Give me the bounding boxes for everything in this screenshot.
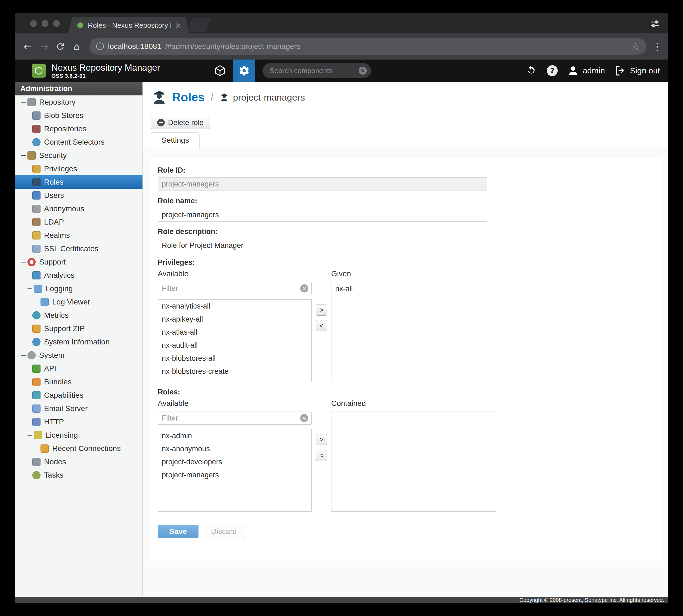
app-header: Nexus Repository Manager OSS 3.6.2-01 × … bbox=[15, 60, 668, 82]
list-item[interactable]: nx-all bbox=[331, 282, 495, 295]
sidebar-item-system[interactable]: − System bbox=[15, 349, 142, 362]
tasks-icon bbox=[32, 471, 41, 479]
sidebar-item-logging[interactable]: − Logging bbox=[15, 282, 142, 295]
collapse-icon[interactable]: − bbox=[19, 151, 27, 160]
sidebar-item-anonymous[interactable]: Anonymous bbox=[15, 202, 142, 215]
filter-clear-icon[interactable]: × bbox=[300, 284, 308, 292]
bookmark-star-icon[interactable]: ☆ bbox=[632, 41, 640, 52]
sidebar-item-capabilities[interactable]: Capabilities bbox=[15, 389, 142, 402]
refresh-icon[interactable] bbox=[526, 65, 537, 76]
site-info-icon[interactable]: ⓘ bbox=[96, 41, 104, 52]
sidebar-item-realms[interactable]: Realms bbox=[15, 228, 142, 242]
move-right-button[interactable]: > bbox=[316, 434, 327, 445]
role-description-input[interactable] bbox=[158, 239, 487, 252]
list-item[interactable]: nx-blobstores-create bbox=[158, 365, 311, 378]
roles-available-list[interactable]: nx-admin nx-anonymous project-developers… bbox=[158, 429, 312, 512]
sidebar-item-http[interactable]: HTTP bbox=[15, 415, 142, 428]
reload-button[interactable] bbox=[53, 39, 68, 54]
sidebar-item-email-server[interactable]: Email Server bbox=[15, 402, 142, 415]
search-clear-icon[interactable]: × bbox=[359, 67, 367, 75]
browser-tab[interactable]: Roles - Nexus Repository Man × bbox=[68, 17, 190, 34]
admin-mode-button[interactable] bbox=[233, 60, 255, 82]
privileges-available-list[interactable]: nx-analytics-all nx-apikey-all nx-atlas-… bbox=[158, 299, 312, 382]
sidebar-item-support-zip[interactable]: Support ZIP bbox=[15, 322, 142, 335]
contained-label: Contained bbox=[331, 399, 496, 408]
collapse-icon[interactable]: − bbox=[19, 351, 27, 360]
user-icon bbox=[568, 65, 579, 76]
window-controls bbox=[30, 20, 60, 27]
move-left-button[interactable]: < bbox=[316, 449, 327, 461]
sidebar-item-repositories[interactable]: Repositories bbox=[15, 122, 142, 135]
list-item[interactable]: project-developers bbox=[158, 455, 311, 468]
tab-switcher-icon[interactable] bbox=[649, 19, 660, 28]
privileges-given-list[interactable]: nx-all bbox=[331, 282, 496, 382]
list-item[interactable]: nx-admin bbox=[158, 429, 311, 442]
api-icon bbox=[32, 365, 41, 373]
list-item[interactable]: nx-audit-all bbox=[158, 339, 311, 352]
sidebar-item-content-selectors[interactable]: Content Selectors bbox=[15, 135, 142, 149]
back-button[interactable]: ← bbox=[20, 39, 35, 54]
save-button[interactable]: Save bbox=[158, 525, 198, 538]
list-item[interactable]: project-managers bbox=[158, 468, 311, 481]
delete-role-button[interactable]: − Delete role bbox=[151, 116, 210, 129]
breadcrumb-roles-link[interactable]: Roles bbox=[172, 90, 205, 104]
user-menu[interactable]: admin bbox=[568, 65, 605, 76]
help-icon[interactable]: ? bbox=[547, 65, 558, 76]
analytics-icon bbox=[32, 271, 41, 280]
collapse-icon[interactable]: − bbox=[26, 431, 34, 440]
move-right-button[interactable]: > bbox=[316, 304, 327, 315]
sidebar-item-analytics[interactable]: Analytics bbox=[15, 269, 142, 282]
list-item[interactable]: nx-atlas-all bbox=[158, 326, 311, 339]
sidebar-item-blob-stores[interactable]: Blob Stores bbox=[15, 109, 142, 122]
tab-settings[interactable]: Settings bbox=[151, 132, 200, 148]
sidebar-item-tasks[interactable]: Tasks bbox=[15, 468, 142, 482]
zoom-window-button[interactable] bbox=[53, 20, 60, 27]
sidebar-item-system-information[interactable]: System Information bbox=[15, 335, 142, 349]
sidebar-item-metrics[interactable]: Metrics bbox=[15, 309, 142, 322]
list-item[interactable]: nx-analytics-all bbox=[158, 300, 311, 313]
sidebar-item-log-viewer[interactable]: Log Viewer bbox=[15, 295, 142, 309]
sidebar-item-roles[interactable]: Roles bbox=[15, 175, 142, 189]
privileges-filter-input[interactable] bbox=[158, 282, 312, 295]
sidebar-item-bundles[interactable]: Bundles bbox=[15, 375, 142, 389]
move-left-button[interactable]: < bbox=[316, 320, 327, 331]
collapse-icon[interactable]: − bbox=[26, 284, 34, 293]
role-id-input bbox=[158, 177, 487, 191]
sidebar-item-api[interactable]: API bbox=[15, 362, 142, 375]
anonymous-icon bbox=[32, 205, 41, 213]
address-bar[interactable]: ⓘ localhost:18081 /#admin/security/roles… bbox=[89, 38, 646, 54]
sidebar-item-privileges[interactable]: Privileges bbox=[15, 162, 142, 175]
list-item[interactable]: nx-apikey-all bbox=[158, 313, 311, 326]
close-window-button[interactable] bbox=[30, 20, 37, 27]
sign-out-button[interactable]: Sign out bbox=[615, 65, 660, 76]
role-name-input[interactable] bbox=[158, 208, 487, 222]
sidebar-item-label: Content Selectors bbox=[44, 138, 105, 147]
sidebar-item-users[interactable]: Users bbox=[15, 189, 142, 202]
sidebar-item-ssl-certificates[interactable]: SSL Certificates bbox=[15, 242, 142, 255]
sidebar-item-ldap[interactable]: LDAP bbox=[15, 215, 142, 228]
browser-menu-icon[interactable]: ⋮ bbox=[652, 41, 663, 52]
new-tab-button[interactable] bbox=[188, 18, 211, 32]
sidebar-item-support[interactable]: − Support bbox=[15, 255, 142, 269]
roles-filter-input[interactable] bbox=[158, 412, 312, 425]
sidebar-item-licensing[interactable]: − Licensing bbox=[15, 428, 142, 442]
roles-contained-list[interactable] bbox=[331, 412, 496, 512]
tab-close-icon[interactable]: × bbox=[175, 21, 181, 30]
collapse-icon[interactable]: − bbox=[19, 258, 27, 266]
sidebar-item-nodes[interactable]: Nodes bbox=[15, 455, 142, 468]
home-button[interactable]: ⌂ bbox=[69, 39, 84, 54]
collapse-icon[interactable]: − bbox=[19, 97, 27, 107]
sidebar-item-recent-connections[interactable]: Recent Connections bbox=[15, 442, 142, 455]
minimize-window-button[interactable] bbox=[42, 20, 48, 27]
list-item[interactable]: nx-anonymous bbox=[158, 442, 311, 455]
forward-button[interactable]: → bbox=[37, 39, 51, 54]
sidebar-item-security[interactable]: − Security bbox=[15, 149, 142, 162]
header-actions: ? admin Sign out bbox=[526, 65, 660, 76]
search-input[interactable] bbox=[262, 63, 371, 78]
list-item[interactable]: nx-blobstores-all bbox=[158, 352, 311, 365]
repositories-icon bbox=[32, 125, 41, 133]
browse-mode-button[interactable] bbox=[209, 60, 231, 82]
filter-clear-icon[interactable]: × bbox=[300, 414, 308, 422]
sidebar-item-repository[interactable]: − Repository bbox=[15, 95, 142, 109]
nodes-icon bbox=[32, 458, 41, 466]
